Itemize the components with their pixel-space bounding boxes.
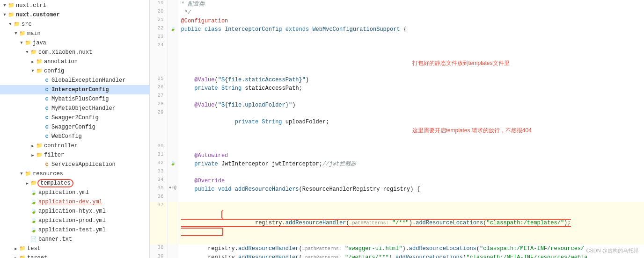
tree-item-meta-handler[interactable]: C MyMetaObjectHandler	[0, 104, 149, 113]
tree-item-swagger-config[interactable]: C SwaggerConfig	[0, 122, 149, 132]
java-icon-services-app: C	[43, 161, 51, 168]
code-content-29: private String uploadFolder; 这里需要开启templ…	[178, 109, 644, 143]
arrow-com-xiaoben: ▼	[24, 50, 30, 55]
tree-item-annotation[interactable]: ▶ 📁 annotation	[0, 57, 149, 66]
line-num-39: 39	[150, 253, 168, 258]
tree-item-mybatis-config[interactable]: C MybatisPlusConfig	[0, 94, 149, 104]
gutter-34	[168, 177, 178, 185]
code-line-39: 39 registry.addResourceHandler(…pathPatt…	[150, 253, 644, 258]
java-icon-global-exception: C	[43, 77, 51, 84]
tree-item-banner-txt[interactable]: 📄 banner.txt	[0, 235, 149, 244]
code-line-20: 20 */	[150, 8, 644, 17]
file-icon-banner-txt: 📄	[30, 236, 37, 243]
tree-item-filter[interactable]: ▶ 📁 filter	[0, 150, 149, 160]
tree-item-application-dev-yml[interactable]: 🍃 application-dev.yml	[0, 197, 149, 207]
arrow-nuxt-ctrl: ▼	[2, 3, 7, 8]
tree-item-java[interactable]: ▼ 📁 java	[0, 38, 149, 48]
tree-item-application-htyx-yml[interactable]: 🍃 application-htyx.yml	[0, 207, 149, 216]
code-line-38: 38 registry.addResourceHandler(…pathPatt…	[150, 244, 644, 253]
code-line-27: 27	[150, 93, 644, 101]
tree-item-application-prod-yml[interactable]: 🍃 application-prod.yml	[0, 216, 149, 225]
gutter-39	[168, 253, 178, 258]
tree-item-global-exception[interactable]: C GlobalExceptionHandler	[0, 76, 149, 85]
gutter-35: ●⚡@	[168, 185, 178, 194]
label-swagger-config: SwaggerConfig	[51, 124, 95, 130]
arrow-templates: ▶	[24, 181, 30, 186]
line-num-34: 34	[150, 177, 168, 185]
code-content-19: * 配置类	[178, 0, 644, 8]
java-icon-swagger2-config: C	[43, 114, 51, 122]
arrow-java: ▼	[19, 41, 24, 45]
gutter-icon-22: 🍃	[170, 26, 176, 31]
tree-item-com-xiaoben-nuxt[interactable]: ▼ 📁 com.xiaoben.nuxt	[0, 48, 149, 57]
line-num-26: 26	[150, 84, 168, 93]
code-content-34: @Override	[178, 177, 644, 185]
line-num-35: 35	[150, 185, 168, 194]
code-content-31: @Autowired	[178, 151, 644, 160]
tree-item-test[interactable]: ▶ 📁 test	[0, 244, 149, 253]
line-num-29: 29	[150, 109, 168, 143]
file-icon-application-yml: 🍃	[30, 189, 37, 196]
folder-icon-annotation: 📁	[36, 58, 43, 65]
label-java: java	[33, 40, 46, 46]
tree-item-controller[interactable]: ▶ 📁 controller	[0, 141, 149, 150]
code-editor: 19 * 配置类 20 */ 21 @Configuration	[150, 0, 644, 258]
line-num-32: 32	[150, 160, 168, 168]
label-com-xiaoben: com.xiaoben.nuxt	[38, 49, 92, 56]
arrow-resources: ▼	[19, 172, 24, 176]
tree-item-services-app[interactable]: C ServicesApplication	[0, 160, 149, 169]
label-main: main	[27, 30, 41, 37]
code-table: 19 * 配置类 20 */ 21 @Configuration	[150, 0, 644, 258]
arrow-filter: ▶	[30, 153, 36, 158]
label-banner-txt: banner.txt	[38, 236, 72, 243]
label-application-test-yml: application-test.yml	[38, 227, 106, 233]
file-icon-application-test-yml: 🍃	[30, 226, 37, 234]
code-line-37: 37 registry.addResourceHandler(…pathPatt…	[150, 202, 644, 244]
tree-item-web-config[interactable]: C WebConfig	[0, 132, 149, 141]
arrow-controller: ▶	[30, 143, 36, 149]
folder-icon-controller: 📁	[36, 142, 43, 150]
tree-item-swagger2-config[interactable]: C Swagger2Config	[0, 113, 149, 122]
label-web-config: WebConfig	[51, 133, 82, 140]
tree-item-nuxt-ctrl[interactable]: ▼ 📁 nuxt.ctrl	[0, 1, 149, 10]
tree-item-application-yml[interactable]: 🍃 application.yml	[0, 188, 149, 197]
line-num-23: 23	[150, 34, 168, 42]
code-content-24: 打包好的静态文件放到templates文件里	[178, 42, 644, 76]
label-target: target	[27, 255, 47, 258]
gutter-22: 🍃	[168, 25, 178, 34]
tree-item-target[interactable]: ▶ 📁 target	[0, 253, 149, 258]
tree-item-nuxt-customer[interactable]: ▼ 📁 nuxt.customer	[0, 10, 149, 20]
label-resources: resources	[33, 171, 63, 177]
tree-item-config[interactable]: ▼ 📁 config	[0, 66, 149, 76]
file-tree[interactable]: ▼ 📁 nuxt.ctrl ▼ 📁 nuxt.customer ▼ 📁 src …	[0, 0, 150, 258]
code-content-25: @Value("${file.staticAccessPath}")	[178, 76, 644, 84]
label-application-yml: application.yml	[38, 189, 89, 196]
tree-item-main[interactable]: ▼ 📁 main	[0, 29, 149, 38]
line-num-22: 22	[150, 25, 168, 34]
code-line-24: 24 打包好的静态文件放到templates文件里	[150, 42, 644, 76]
arrow-config: ▼	[30, 69, 36, 73]
line-num-31: 31	[150, 151, 168, 160]
code-content-30	[178, 143, 644, 151]
code-line-21: 21 @Configuration	[150, 17, 644, 25]
code-line-36: 36	[150, 194, 644, 202]
code-line-35: 35 ●⚡@ public void addResourceHandlers(R…	[150, 185, 644, 194]
code-content-20: */	[178, 8, 644, 17]
watermark: CSDN @虚构的乌托邦	[586, 247, 638, 254]
code-line-28: 28 @Value("${file.uploadFolder}")	[150, 101, 644, 109]
folder-icon-resources: 📁	[24, 170, 32, 178]
gutter-19	[168, 0, 178, 8]
code-line-25: 25 @Value("${file.staticAccessPath}")	[150, 76, 644, 84]
tree-item-templates[interactable]: ▶ 📁 templates	[0, 179, 149, 188]
code-line-26: 26 private String staticAccessPath;	[150, 84, 644, 93]
gutter-icon-32: 🍃	[170, 161, 176, 166]
gutter-30	[168, 143, 178, 151]
tree-item-interceptor-config[interactable]: C InterceptorConfig	[0, 85, 149, 94]
folder-icon-com-xiaoben: 📁	[30, 49, 37, 56]
tree-item-src[interactable]: ▼ 📁 src	[0, 20, 149, 29]
file-icon-application-htyx-yml: 🍃	[30, 208, 37, 215]
folder-icon-templates: 📁	[30, 179, 37, 187]
code-scroll-area[interactable]: 19 * 配置类 20 */ 21 @Configuration	[150, 0, 644, 258]
tree-item-resources[interactable]: ▼ 📁 resources	[0, 169, 149, 179]
tree-item-application-test-yml[interactable]: 🍃 application-test.yml	[0, 225, 149, 235]
